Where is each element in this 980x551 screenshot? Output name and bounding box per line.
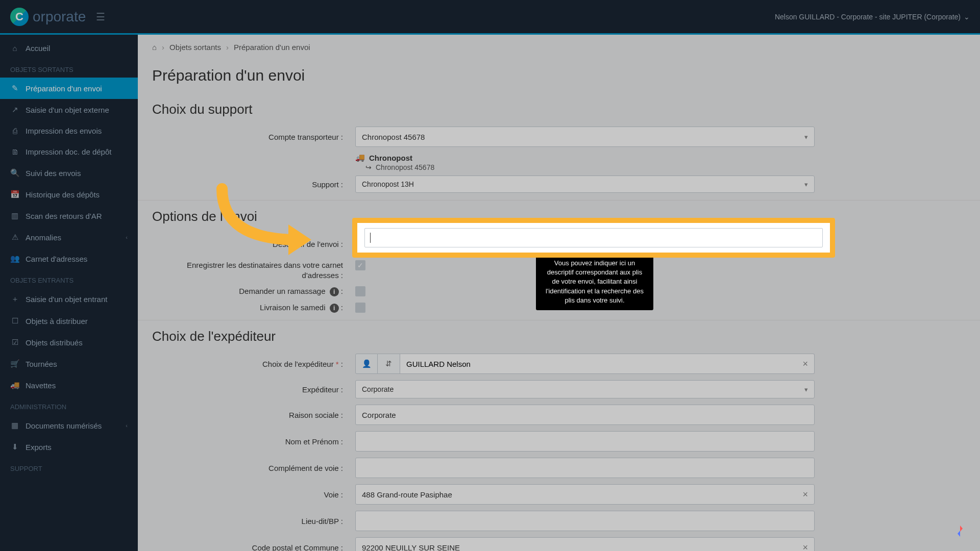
check-icon: ☑ (10, 338, 19, 347)
section-choix-support: Choix du support (138, 93, 980, 123)
label-compte: Compte transporteur : (152, 133, 355, 141)
breadcrumb: ⌂ › Objets sortants › Préparation d'un e… (138, 35, 980, 60)
input-complement-voie[interactable] (355, 458, 815, 478)
sender-dropdown-button[interactable]: ⇵ (378, 354, 400, 374)
tag-icon: ↪ (365, 163, 372, 171)
sidebar-item-saisie-externe[interactable]: ↗Saisie d'un objet externe (0, 99, 138, 120)
select-support[interactable]: Chronopost 13H (355, 176, 815, 193)
carrier-account: Chronopost 45678 (376, 163, 434, 171)
label-raison: Raison sociale : (152, 411, 355, 419)
users-icon: 👥 (10, 254, 19, 263)
external-icon: ↗ (10, 105, 19, 114)
document-icon: 🗎 (10, 147, 19, 156)
sidebar-item-preparation[interactable]: ✎Préparation d'un envoi (0, 78, 138, 99)
sidebar-item-documents[interactable]: ▦Documents numérisés‹ (0, 415, 138, 436)
sidebar-item-navettes[interactable]: 🚚Navettes (0, 374, 138, 396)
truck-icon: 🚚 (10, 381, 19, 390)
chevron-left-icon: ‹ (126, 234, 128, 240)
carrier-name: Chronopost (369, 154, 412, 162)
sidebar: ⌂Accueil OBJETS SORTANTS ✎Préparation d'… (0, 35, 138, 551)
warning-icon: ⚠ (10, 233, 19, 242)
sidebar-item-carnet[interactable]: 👥Carnet d'adresses (0, 248, 138, 269)
breadcrumb-item[interactable]: Objets sortants (169, 43, 221, 52)
label-samedi: Livraison le samedi i : (152, 303, 355, 313)
info-icon[interactable]: i (330, 287, 339, 296)
input-nom-prenom[interactable] (355, 431, 815, 452)
select-expediteur[interactable]: Corporate (355, 380, 815, 398)
user-label: Nelson GUILLARD - Corporate - site JUPIT… (775, 13, 961, 21)
breadcrumb-home[interactable]: ⌂ (152, 43, 157, 52)
user-menu[interactable]: Nelson GUILLARD - Corporate - site JUPIT… (775, 13, 970, 21)
sidebar-section-entrants: OBJETS ENTRANTS (0, 269, 138, 288)
page-title: Préparation d'un envoi (138, 67, 980, 93)
sidebar-item-objets-distribues[interactable]: ☑Objets distribués (0, 332, 138, 353)
sidebar-section-admin: ADMINISTRATION (0, 396, 138, 415)
input-lieu-bp[interactable] (355, 511, 815, 531)
sidebar-item-exports[interactable]: ⬇Exports (0, 436, 138, 458)
hamburger-icon[interactable]: ☰ (96, 11, 105, 23)
checkbox-enregistrer[interactable] (355, 260, 365, 270)
home-icon: ⌂ (10, 44, 19, 53)
input-raison-sociale[interactable]: Corporate (355, 405, 815, 425)
input-code-postal[interactable]: 92200 NEUILLY SUR SEINE× (355, 537, 815, 551)
user-icon: 👤 (362, 359, 372, 368)
sidebar-item-historique[interactable]: 📅Historique des dépôts (0, 184, 138, 205)
breadcrumb-item[interactable]: Préparation d'un envoi (234, 43, 310, 52)
label-support: Support : (152, 180, 355, 189)
logo-icon: C (10, 8, 29, 26)
square-icon: ☐ (10, 316, 19, 325)
truck-icon: 🚚 (355, 153, 365, 162)
sidebar-item-scan-ar[interactable]: ▥Scan des retours d'AR (0, 205, 138, 227)
download-icon: ⬇ (10, 442, 19, 452)
carrier-info: 🚚Chronopost ↪Chronopost 45678 (355, 150, 980, 172)
grid-icon: ▦ (10, 421, 19, 430)
logo[interactable]: C orporate (10, 8, 86, 26)
select-compte-transporteur[interactable]: Chronopost 45678 (355, 127, 815, 147)
chevron-down-icon: ⌄ (964, 13, 970, 21)
input-voie[interactable]: 488 Grand-route Pasiphae× (355, 484, 815, 505)
clear-icon[interactable]: × (802, 359, 808, 369)
sender-person-button[interactable]: 👤 (355, 354, 378, 374)
help-badge-icon[interactable] (952, 523, 968, 539)
label-descriptif: Descriptif de l'envoi : (152, 240, 355, 248)
sidebar-item-suivi[interactable]: 🔍Suivi des envois (0, 162, 138, 184)
checkbox-samedi[interactable] (355, 303, 365, 313)
label-ramassage: Demander un ramassage i : (152, 287, 355, 296)
label-choix-expediteur: Choix de l'expéditeur * : (152, 360, 355, 368)
print-icon: ⎙ (10, 127, 19, 135)
sidebar-item-objets-distribuer[interactable]: ☐Objets à distribuer (0, 310, 138, 332)
logo-text: orporate (33, 9, 86, 25)
label-lieu: Lieu-dit/BP : (152, 517, 355, 525)
sidebar-item-impression-envois[interactable]: ⎙Impression des envois (0, 120, 138, 141)
calendar-icon: 📅 (10, 190, 19, 199)
tutorial-highlight (352, 218, 835, 258)
topbar: C orporate ☰ Nelson GUILLARD - Corporate… (0, 0, 980, 35)
highlighted-input[interactable] (364, 228, 823, 247)
label-voie: Voie : (152, 490, 355, 499)
sidebar-item-anomalies[interactable]: ⚠Anomalies‹ (0, 227, 138, 248)
barcode-icon: ▥ (10, 211, 19, 220)
clear-icon[interactable]: × (802, 489, 808, 500)
tutorial-tooltip: Vous pouvez indiquer ici un descriptif c… (536, 254, 653, 310)
search-icon: 🔍 (10, 168, 19, 178)
label-enregistrer: Enregistrer les destinataires dans votre… (152, 260, 355, 280)
sidebar-item-saisie-entrant[interactable]: ＋Saisie d'un objet entrant (0, 288, 138, 310)
label-nom: Nom et Prénom : (152, 437, 355, 446)
sidebar-item-accueil[interactable]: ⌂Accueil (0, 38, 138, 59)
filter-icon: ⇵ (385, 359, 392, 368)
chevron-left-icon: ‹ (126, 422, 128, 429)
sidebar-section-sortants: OBJETS SORTANTS (0, 59, 138, 78)
sidebar-item-impression-depot[interactable]: 🗎Impression doc. de dépôt (0, 141, 138, 162)
section-choix-expediteur: Choix de l'expéditeur (138, 320, 980, 350)
plus-icon: ＋ (10, 294, 19, 304)
label-complement: Complément de voie : (152, 464, 355, 472)
input-choix-expediteur[interactable]: GUILLARD Nelson× (400, 354, 815, 374)
sidebar-section-support: SUPPORT (0, 458, 138, 477)
sidebar-item-tournees[interactable]: 🛒Tournées (0, 353, 138, 374)
clear-icon[interactable]: × (802, 542, 808, 552)
label-expediteur: Expéditeur : (152, 385, 355, 394)
checkbox-ramassage[interactable] (355, 286, 365, 296)
info-icon[interactable]: i (330, 304, 339, 313)
pencil-icon: ✎ (10, 84, 19, 93)
label-cp: Code postal et Commune : (152, 543, 355, 552)
